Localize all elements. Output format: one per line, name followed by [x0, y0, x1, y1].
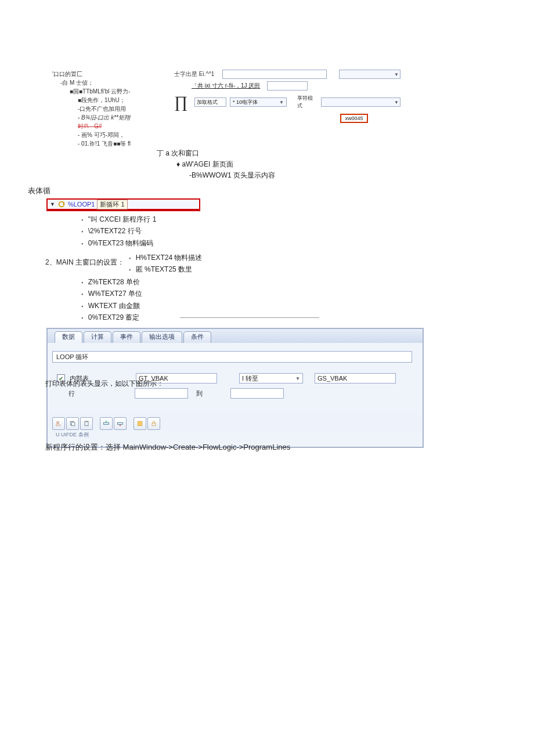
- svg-point-1: [56, 425, 58, 426]
- list-item: \2%TEXT22 行号: [81, 225, 156, 237]
- loop-icon: [57, 200, 66, 208]
- svg-rect-6: [86, 421, 88, 422]
- tree-node: ♦ aW'AGEI 新页面: [176, 159, 275, 170]
- font-value: * 10电字体: [233, 99, 258, 106]
- tab-cond[interactable]: 条件: [183, 331, 211, 343]
- svg-rect-9: [138, 421, 142, 426]
- lock-button[interactable]: [147, 417, 160, 430]
- list-item: 0%TEXT29 蓄定: [81, 312, 142, 323]
- bottom-instruction: 新程序行的设置：选择 MainWindow->Create->FlowLogic…: [45, 442, 290, 453]
- tab-calc[interactable]: 计算: [84, 331, 111, 343]
- list-item: 匿 %TEXT25 数里: [129, 263, 202, 275]
- tab-data[interactable]: 数据: [55, 331, 82, 343]
- red-highlight-box: xw0045: [340, 114, 367, 123]
- svg-point-2: [59, 425, 60, 426]
- tab-bar: 数据 计算 事件 输出选项 条件: [48, 329, 423, 343]
- insert-row-button[interactable]: [100, 417, 113, 430]
- loop-children-list-b: H%TEXT24 物料描述 匿 %TEXT25 数里: [129, 252, 202, 276]
- where-toolbar: [48, 414, 423, 431]
- list-item: "叫 CXCEI 新程序行 1: [81, 214, 156, 225]
- panel-body: LOOP 循环 ✔ 内部表 GT_VBAK I 转至 ▼ GS_VBAK 行 到: [48, 343, 423, 447]
- tab-events[interactable]: 事件: [113, 331, 140, 343]
- flag-icon: [136, 420, 143, 427]
- top-left-tree: '口口的置匚 -自 M 士侦； ■国■TTbMLfi'bl 云野力- ■段先作，…: [52, 70, 163, 148]
- where-note: U UIFDE 条例: [48, 431, 423, 441]
- chevron-down-icon: ▼: [394, 100, 399, 105]
- decorative-glyph: ∏: [174, 93, 187, 111]
- svg-rect-4: [72, 422, 75, 426]
- highlight-underline: [46, 210, 200, 211]
- tl-line: ■国■TTbMLfi'bl 云野力-: [70, 87, 163, 96]
- loop-name: 新循环 1: [97, 200, 127, 209]
- check-button[interactable]: [134, 417, 146, 430]
- into-label: I 转至: [242, 374, 258, 383]
- chevron-down-icon: ▼: [279, 100, 284, 105]
- into-target-input[interactable]: GS_VBAK: [315, 373, 396, 384]
- to-label: 到: [196, 389, 203, 398]
- style-field[interactable]: [222, 70, 327, 79]
- lock-icon: [150, 420, 157, 427]
- font-dropdown[interactable]: * 10电字体 ▼: [230, 97, 287, 107]
- delete-row-icon: [117, 420, 124, 427]
- panel-left-label[interactable]: 加取格式: [194, 97, 226, 107]
- chevron-down-icon: ▼: [394, 72, 399, 77]
- row-to-input[interactable]: [230, 388, 284, 399]
- tl-line: -自 M 士侦；: [60, 78, 163, 87]
- loop-children-list-c: Z%TEKT28 单价 W%TEXT27 单位 WKTEXT 由金颤 0%TEX…: [81, 276, 142, 324]
- list-item: 0%TEXT23 物料编码: [81, 237, 156, 249]
- style-field[interactable]: [267, 81, 308, 91]
- char-format-label: 享符檔式: [297, 95, 317, 110]
- tl-line: -口先不广也加用用: [78, 104, 163, 113]
- list-item: Z%TEKT28 单价: [81, 276, 142, 288]
- tree-node-label: aW'AGEI 新页面: [182, 160, 233, 168]
- style-header-panel: 士字出星 Ei.^^1 ▼ 「共 ixi 寸六 r-fii-，1J 厌田 ∏ 加…: [174, 70, 400, 125]
- style-underline-text: 「共 ixi 寸六 r-fii-，1J 厌田: [192, 82, 260, 90]
- tab-output[interactable]: 输出选项: [142, 331, 182, 343]
- loop-code: %LOOP1: [68, 201, 95, 208]
- separator: [180, 317, 319, 318]
- svg-rect-7: [104, 423, 109, 425]
- copy-icon: [69, 420, 76, 427]
- tl-line: ■段先作，1UhU；: [78, 96, 163, 104]
- tree-node: 丁 a 次和窗口: [157, 148, 275, 159]
- list-item: WKTEXT 由金颤: [81, 300, 142, 312]
- svg-rect-10: [152, 423, 156, 426]
- row-from-input[interactable]: [135, 388, 188, 399]
- list-item: H%TEXT24 物料描述: [129, 252, 202, 263]
- cut-button[interactable]: [52, 417, 65, 430]
- window-tree: 丁 a 次和窗口 ♦ aW'AGEI 新页面 -B%WWOW1 页头显示内容: [157, 148, 275, 182]
- tree-node: -B%WWOW1 页头显示内容: [189, 170, 275, 181]
- copy-button[interactable]: [66, 417, 79, 430]
- insert-row-icon: [103, 420, 110, 427]
- row-label: 行: [68, 389, 132, 398]
- tl-line-strike: 时#\—G#: [78, 122, 163, 131]
- tl-line: - B¾旧-口出 k**矩翔: [78, 113, 163, 122]
- paste-button[interactable]: [80, 417, 93, 430]
- into-dropdown[interactable]: I 转至 ▼: [239, 373, 303, 384]
- section-label: 2、MAIN 主窗口的设置：: [45, 258, 124, 267]
- chevron-down-icon: ▼: [295, 376, 300, 381]
- paste-icon: [83, 420, 90, 427]
- style-label: 士字出星 Ei.^^1: [174, 70, 214, 78]
- svg-rect-8: [118, 423, 123, 425]
- delete-row-button[interactable]: [114, 417, 127, 430]
- tl-line: '口口的置匚: [52, 70, 163, 78]
- loop-title-input[interactable]: LOOP 循环: [52, 351, 412, 363]
- char-format-dropdown[interactable]: ▼: [321, 97, 400, 107]
- loop-node-row[interactable]: ▼ %LOOP1 新循环 1: [46, 198, 200, 210]
- section-heading: 表体循: [28, 186, 50, 196]
- cut-icon: [55, 420, 62, 427]
- loop-children-list: "叫 CXCEI 新程序行 1 \2%TEXT22 行号 0%TEXT23 物料…: [81, 214, 156, 249]
- overlay-caption: 打印表体的表头显示，如以下图所示：: [45, 379, 164, 389]
- tl-line: - 01.诈!1 飞音■■等 fl: [78, 139, 163, 148]
- expand-icon[interactable]: ▼: [50, 201, 55, 207]
- style-dropdown[interactable]: ▼: [339, 70, 400, 79]
- tl-line: - 画% 可巧-邓同，: [78, 131, 163, 139]
- list-item: W%TEXT27 单位: [81, 288, 142, 299]
